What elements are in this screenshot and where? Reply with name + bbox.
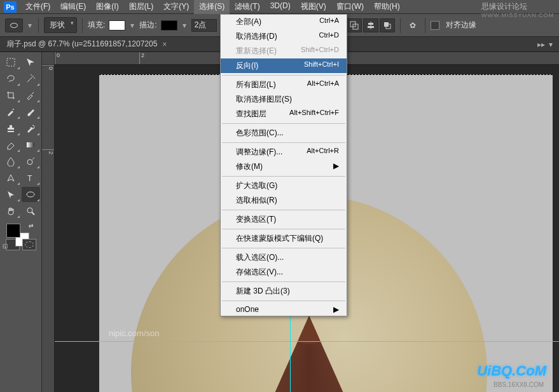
svg-rect-7 bbox=[7, 58, 15, 66]
move-tool[interactable] bbox=[22, 55, 41, 70]
svg-point-10 bbox=[27, 159, 32, 165]
shape-options-gear-icon[interactable]: ✿ bbox=[406, 18, 420, 32]
pen-tool[interactable] bbox=[1, 170, 20, 186]
fill-swatch[interactable] bbox=[109, 20, 125, 30]
menu-item[interactable]: 变换选区(T) bbox=[221, 212, 347, 227]
menu-filter[interactable]: 滤镜(T) bbox=[230, 0, 265, 14]
ruler-origin[interactable] bbox=[42, 52, 55, 65]
hand-tool[interactable] bbox=[1, 203, 20, 219]
quick-select-tool[interactable] bbox=[22, 71, 41, 86]
default-colors-icon[interactable]: ◱ bbox=[3, 243, 8, 249]
svg-point-13 bbox=[27, 192, 34, 197]
svg-rect-4 bbox=[368, 26, 374, 28]
quick-mask-button[interactable] bbox=[22, 239, 36, 250]
menu-3d[interactable]: 3D(D) bbox=[265, 0, 296, 14]
align-edges-checkbox[interactable] bbox=[431, 21, 439, 30]
watermark-bbs: BBS.16XX8.COM bbox=[493, 381, 544, 388]
path-align-button[interactable] bbox=[363, 18, 378, 32]
svg-rect-9 bbox=[27, 142, 34, 147]
menu-type[interactable]: 文字(Y) bbox=[158, 0, 194, 14]
type-tool[interactable]: T bbox=[22, 170, 41, 186]
crop-tool[interactable] bbox=[1, 88, 20, 103]
menu-image[interactable]: 图像(I) bbox=[91, 0, 123, 14]
guide-horizontal[interactable] bbox=[55, 341, 559, 342]
menu-item[interactable]: onOne▶ bbox=[221, 303, 347, 316]
close-tab-button[interactable]: × bbox=[162, 40, 167, 49]
menu-item[interactable]: 反向(I)Shift+Ctrl+I bbox=[221, 58, 347, 73]
menu-item[interactable]: 查找图层Alt+Shift+Ctrl+F bbox=[221, 107, 347, 121]
clone-stamp-tool[interactable] bbox=[1, 121, 20, 136]
menu-item[interactable]: 取消选择(D)Ctrl+D bbox=[221, 29, 347, 44]
menu-item[interactable]: 载入选区(O)... bbox=[221, 250, 347, 265]
tab-title: 扇子.psd @ 67.7% (u=2511691857,1207205 bbox=[6, 39, 157, 50]
svg-point-8 bbox=[13, 109, 14, 110]
path-select-tool[interactable] bbox=[1, 187, 20, 202]
svg-line-15 bbox=[32, 212, 34, 215]
foreground-color-swatch[interactable] bbox=[6, 224, 20, 238]
menu-file[interactable]: 文件(F) bbox=[20, 0, 55, 14]
menubar: Ps 文件(F)编辑(E)图像(I)图层(L)文字(Y)选择(S)滤镜(T)3D… bbox=[0, 0, 559, 14]
align-edges-label: 对齐边缘 bbox=[446, 20, 476, 30]
menu-item: 重新选择(E)Shift+Ctrl+D bbox=[221, 44, 347, 58]
zoom-tool[interactable] bbox=[22, 203, 41, 219]
stroke-width-input[interactable] bbox=[191, 19, 217, 32]
watermark-nipic: nipic.com/son bbox=[109, 328, 159, 338]
swap-colors-icon[interactable]: ⇄ bbox=[29, 222, 34, 229]
menu-item[interactable]: 修改(M)▶ bbox=[221, 159, 347, 174]
stroke-swatch[interactable] bbox=[161, 20, 177, 30]
menu-select[interactable]: 选择(S) bbox=[194, 0, 230, 14]
tab-overflow-button[interactable]: ▸▸ bbox=[537, 40, 545, 49]
path-operations bbox=[347, 18, 395, 32]
menu-item[interactable]: 取消选择图层(S) bbox=[221, 92, 347, 107]
watermark-uibq: UiBQ.CoM bbox=[477, 363, 546, 379]
eyedropper-tool[interactable] bbox=[22, 88, 41, 103]
menu-edit[interactable]: 编辑(E) bbox=[55, 0, 91, 14]
eraser-tool[interactable] bbox=[1, 137, 20, 152]
brush-tool[interactable] bbox=[22, 104, 41, 119]
menu-item[interactable]: 在快速蒙版模式下编辑(Q) bbox=[221, 231, 347, 246]
menu-help[interactable]: 帮助(H) bbox=[369, 0, 405, 14]
lasso-tool[interactable] bbox=[1, 71, 20, 86]
blur-tool[interactable] bbox=[1, 154, 20, 169]
tool-preset-dropdown-icon[interactable]: ▾ bbox=[27, 19, 33, 32]
menu-item[interactable]: 调整边缘(F)...Alt+Ctrl+R bbox=[221, 145, 347, 159]
history-brush-tool[interactable] bbox=[22, 121, 41, 136]
rect-marquee-tool[interactable] bbox=[1, 55, 20, 70]
tab-menu-button[interactable]: ▾ bbox=[549, 40, 553, 49]
svg-point-14 bbox=[27, 208, 32, 213]
select-menu-dropdown: 全部(A)Ctrl+A取消选择(D)Ctrl+D重新选择(E)Shift+Ctr… bbox=[220, 14, 347, 316]
fill-label: 填充: bbox=[88, 20, 105, 30]
menu-item[interactable]: 新建 3D 凸出(3) bbox=[221, 284, 347, 299]
svg-rect-3 bbox=[368, 23, 373, 25]
dodge-tool[interactable] bbox=[22, 154, 41, 169]
toolbox: T⇄◱ bbox=[0, 52, 42, 392]
ellipse-tool[interactable] bbox=[22, 187, 41, 202]
tool-preset-picker[interactable] bbox=[5, 18, 23, 32]
menu-item[interactable]: 存储选区(V)... bbox=[221, 265, 347, 280]
stroke-label: 描边: bbox=[139, 20, 156, 30]
watermark-top: 思缘设计论坛 WWW.MISSYUAN.COM bbox=[481, 1, 554, 18]
menu-layer[interactable]: 图层(L) bbox=[124, 0, 159, 14]
ruler-vertical[interactable]: 02 bbox=[42, 65, 55, 392]
menu-item[interactable]: 全部(A)Ctrl+A bbox=[221, 15, 347, 29]
menu-item[interactable]: 选取相似(R) bbox=[221, 193, 347, 208]
menu-item[interactable]: 所有图层(L)Alt+Ctrl+A bbox=[221, 78, 347, 92]
path-combine-button[interactable] bbox=[347, 18, 362, 32]
svg-text:T: T bbox=[27, 174, 32, 183]
path-arrange-button[interactable] bbox=[380, 18, 395, 32]
shape-mode-select[interactable]: 形状 bbox=[44, 17, 77, 33]
app-logo-icon[interactable]: Ps bbox=[4, 1, 17, 13]
menu-window[interactable]: 窗口(W) bbox=[331, 0, 369, 14]
svg-line-11 bbox=[32, 158, 34, 159]
menu-view[interactable]: 视图(V) bbox=[296, 0, 331, 14]
menu-item[interactable]: 色彩范围(C)... bbox=[221, 126, 347, 140]
healing-brush-tool[interactable] bbox=[1, 104, 20, 119]
menu-item[interactable]: 扩大选取(G) bbox=[221, 179, 347, 193]
gradient-tool[interactable] bbox=[22, 137, 41, 152]
